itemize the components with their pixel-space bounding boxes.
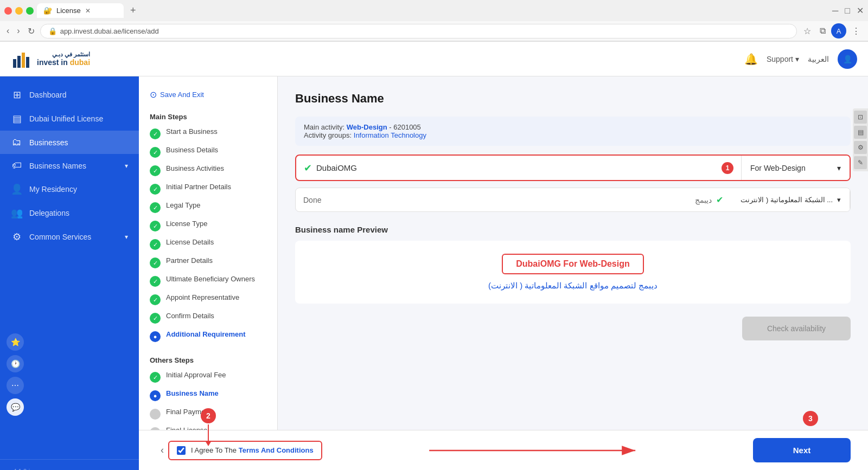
activity-groups-label: Activity groups:: [304, 131, 352, 139]
back-nav-btn[interactable]: ‹: [4, 24, 11, 38]
businesses-icon: 🗂: [11, 137, 23, 148]
minimize-icon[interactable]: ─: [832, 6, 838, 16]
step-license-details[interactable]: ✓ License Details: [139, 235, 277, 253]
sidebar-item-my-residency[interactable]: 👤 My Residency: [0, 177, 139, 201]
sidebar-item-businesses[interactable]: 🗂 Businesses: [0, 131, 139, 154]
sidebar-extra-btn-1[interactable]: ⭐: [7, 333, 24, 351]
sidebar-extra-btn-3[interactable]: ⋯: [7, 377, 24, 394]
side-action-btn-2[interactable]: ▤: [854, 126, 867, 139]
step-icon-license-details: ✓: [150, 239, 161, 250]
next-button[interactable]: Next: [753, 438, 851, 462]
type-select[interactable]: For Web-Design ▾: [741, 156, 850, 180]
arrow-to-next: [322, 442, 753, 459]
browser-tab[interactable]: 🔐 License ✕: [37, 3, 124, 18]
win-max-btn[interactable]: [26, 7, 34, 15]
step-start-business[interactable]: ✓ Start a Business: [139, 124, 277, 143]
sidebar-label-delegations: Delegations: [29, 209, 128, 217]
step-ultimate-beneficiary[interactable]: ✓ Ultimate Beneficiary Owners: [139, 272, 277, 290]
sidebar: ⊞ Dashboard ▤ Dubai Unified License 🗂 Bu…: [0, 76, 139, 470]
step-initial-approval-fee[interactable]: ✓ Initial Approval Fee: [139, 368, 277, 386]
terms-text: I Agree To The Terms And Conditions: [191, 446, 314, 454]
forward-nav-btn[interactable]: ›: [15, 24, 22, 38]
back-button[interactable]: ‹: [156, 440, 168, 460]
step-icon-ultimate-beneficiary: ✓: [150, 276, 161, 287]
sidebar-item-unified-license[interactable]: ▤ Dubai Unified License: [0, 107, 139, 131]
check-availability-button[interactable]: Check availability: [742, 317, 851, 340]
app-body: ⊞ Dashboard ▤ Dubai Unified License 🗂 Bu…: [0, 76, 868, 470]
sidebar-label-business-names: Business Names: [29, 162, 118, 170]
stepper-panel: ⊙ Save And Exit Main Steps ✓ Start a Bus…: [139, 76, 278, 470]
version-label: v 4.1.0-j: [9, 468, 30, 470]
svg-rect-4: [26, 57, 29, 68]
win-close-btn[interactable]: [4, 7, 12, 15]
arabic-select[interactable]: ▾ ... الشبكة المعلوماتية ( الانترنت: [731, 188, 850, 211]
step-license-type[interactable]: ✓ License Type: [139, 216, 277, 235]
new-tab-button[interactable]: +: [127, 4, 139, 17]
bookmark-btn[interactable]: ☆: [800, 24, 814, 38]
step-icon-appoint-rep: ✓: [150, 294, 161, 305]
url-text: app.invest.dubai.ae/license/add: [60, 27, 159, 35]
tab-close-icon[interactable]: ✕: [85, 7, 91, 15]
name-check-icon: ✔: [304, 162, 312, 174]
step-icon-legal-type: ✓: [150, 202, 161, 213]
main-steps-title: Main Steps: [139, 108, 277, 124]
address-bar[interactable]: 🔒 app.invest.dubai.ae/license/add: [40, 24, 797, 38]
menu-btn[interactable]: ⋮: [848, 24, 864, 38]
sidebar-item-business-names[interactable]: 🏷 Business Names ▾: [0, 154, 139, 177]
step-business-activities[interactable]: ✓ Business Activities: [139, 161, 277, 179]
step-confirm-details[interactable]: ✓ Confirm Details: [139, 308, 277, 327]
step-additional-requirement[interactable]: ● Additional Requirement: [139, 327, 277, 345]
language-toggle-button[interactable]: العربية: [808, 55, 829, 63]
step-business-name[interactable]: ● Business Name: [139, 386, 277, 404]
reload-btn[interactable]: ↻: [25, 24, 37, 38]
notification-bell-icon[interactable]: 🔔: [744, 53, 758, 66]
sidebar-label-common-services: Common Services: [29, 233, 118, 241]
sidebar-label-businesses: Businesses: [29, 138, 128, 147]
side-action-btn-1[interactable]: ⊡: [854, 111, 867, 124]
win-min-btn[interactable]: [15, 7, 23, 15]
browser-chrome: 🔐 License ✕ + ─ □ ✕ ‹ › ↻ 🔒 app.invest.d…: [0, 0, 868, 42]
close-window-icon[interactable]: ✕: [857, 5, 864, 16]
extensions-btn[interactable]: ⧉: [816, 24, 829, 38]
common-services-chevron-icon: ▾: [125, 233, 128, 241]
preview-english[interactable]: DubaiOMG For Web-Design: [502, 254, 643, 274]
step-legal-type[interactable]: ✓ Legal Type: [139, 198, 277, 216]
sidebar-extra-btn-2[interactable]: 🕐: [7, 355, 24, 372]
browser-titlebar: 🔐 License ✕ + ─ □ ✕: [0, 0, 868, 21]
profile-btn[interactable]: A: [831, 23, 846, 38]
sidebar-nav: ⊞ Dashboard ▤ Dubai Unified License 🗂 Bu…: [0, 76, 139, 333]
support-button[interactable]: Support ▾: [767, 55, 799, 63]
type-select-chevron-icon: ▾: [837, 164, 841, 172]
side-action-btn-3[interactable]: ⚙: [854, 141, 867, 154]
side-action-btn-4[interactable]: ✎: [854, 156, 867, 169]
bottom-bar: ‹ 2 I Agree To The Terms And Conditions …: [139, 430, 868, 470]
preview-arabic: ديبمج لتصميم مواقع الشبكة المعلوماتية ( …: [308, 281, 838, 291]
step-final-payment[interactable]: Final Payment: [139, 404, 277, 423]
sidebar-item-delegations[interactable]: 👥 Delegations: [0, 201, 139, 225]
business-name-input-row: ✔ 1 For Web-Design ▾: [295, 154, 851, 181]
step-initial-partner-details[interactable]: ✓ Initial Partner Details: [139, 179, 277, 198]
maximize-icon[interactable]: □: [845, 6, 850, 16]
browser-actions: ☆ ⧉ A ⋮: [800, 23, 864, 38]
sidebar-item-common-services[interactable]: ⚙ Common Services ▾: [0, 225, 139, 249]
terms-checkbox[interactable]: [177, 446, 186, 455]
arabic-select-value: ... الشبكة المعلوماتية ( الانترنت: [741, 196, 833, 204]
others-steps-title: Others Steps: [139, 352, 277, 368]
step-icon-start-business: ✓: [150, 128, 161, 139]
tab-title: License: [56, 7, 81, 15]
terms-link[interactable]: Terms And Conditions: [239, 446, 314, 454]
user-avatar[interactable]: 👤: [838, 49, 857, 69]
step-icon-initial-approval: ✓: [150, 372, 161, 383]
preview-box: DubaiOMG For Web-Design ديبمج لتصميم موا…: [295, 241, 851, 304]
arabic-select-chevron-icon: ▾: [837, 196, 841, 204]
sidebar-extra-btn-4[interactable]: 💬: [7, 398, 24, 416]
type-select-value: For Web-Design: [750, 164, 806, 172]
step-partner-details[interactable]: ✓ Partner Details: [139, 253, 277, 272]
save-exit-button[interactable]: ⊙ Save And Exit: [139, 85, 215, 108]
business-name-input[interactable]: [316, 156, 717, 180]
step-appoint-representative[interactable]: ✓ Appoint Representative: [139, 290, 277, 308]
step-business-details[interactable]: ✓ Business Details: [139, 143, 277, 161]
arabic-done-label: Done: [303, 196, 321, 204]
sidebar-item-dashboard[interactable]: ⊞ Dashboard: [0, 83, 139, 107]
step-icon-initial-partner: ✓: [150, 184, 161, 195]
